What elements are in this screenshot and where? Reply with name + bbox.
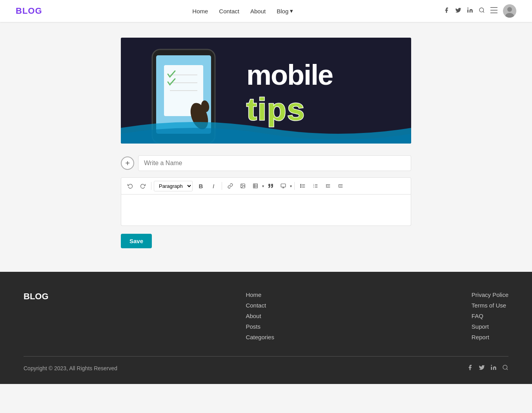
footer-support-link[interactable]: Suport: [472, 323, 508, 330]
table-button[interactable]: [250, 180, 261, 192]
svg-line-49: [506, 369, 508, 370]
footer-bottom: Copyright © 2023, All Rights Reserved: [24, 364, 508, 372]
nav-contact[interactable]: Contact: [219, 8, 239, 15]
bold-button[interactable]: B: [195, 180, 207, 192]
chevron-down-icon: ▾: [290, 7, 293, 15]
toolbar-divider-2: [222, 182, 222, 190]
footer-nav-contact[interactable]: Contact: [246, 302, 274, 309]
footer-facebook-icon[interactable]: [467, 364, 473, 372]
footer-logo: BLOG: [24, 291, 49, 340]
link-button[interactable]: [224, 180, 236, 192]
footer-faq-link[interactable]: FAQ: [472, 313, 508, 319]
svg-point-7: [507, 7, 512, 12]
footer-links: Privacy Police Terms of Use FAQ Suport R…: [472, 291, 508, 340]
svg-rect-22: [253, 184, 258, 188]
footer-nav-about[interactable]: About: [246, 313, 274, 319]
footer-search-icon[interactable]: [502, 364, 508, 372]
header: BLOG Home Contact About Blog ▾: [0, 0, 532, 22]
indent-increase-button[interactable]: [335, 180, 346, 192]
footer-nav-home[interactable]: Home: [246, 291, 274, 298]
svg-rect-5: [490, 13, 497, 13]
svg-point-47: [491, 365, 492, 366]
svg-text:tips: tips: [246, 92, 305, 127]
editor-toolbar: Paragraph Heading 1 Heading 2 Heading 3 …: [121, 177, 411, 195]
editor-area: + Paragraph Heading 1 Heading 2 Heading …: [121, 155, 411, 248]
svg-point-48: [503, 365, 507, 369]
svg-rect-4: [490, 10, 497, 11]
footer-twitter-icon[interactable]: [479, 364, 485, 372]
media-button[interactable]: [277, 180, 289, 192]
title-row: +: [121, 155, 411, 171]
linkedin-icon[interactable]: [467, 7, 473, 15]
avatar[interactable]: [503, 4, 516, 18]
footer-nav-posts[interactable]: Posts: [246, 323, 274, 330]
svg-point-32: [301, 184, 301, 185]
add-block-button[interactable]: +: [121, 156, 134, 170]
facebook-icon[interactable]: [443, 7, 450, 15]
unordered-list-button[interactable]: [297, 180, 309, 192]
footer-linkedin-icon[interactable]: [490, 364, 497, 372]
undo-button[interactable]: [124, 180, 136, 192]
table-chevron-icon[interactable]: ▾: [262, 184, 264, 188]
footer-report-link[interactable]: Report: [472, 334, 508, 340]
twitter-icon[interactable]: [455, 7, 461, 15]
footer-privacy-link[interactable]: Privacy Police: [472, 291, 508, 298]
svg-line-2: [483, 11, 484, 13]
image-button[interactable]: [237, 180, 249, 192]
nav-home[interactable]: Home: [192, 8, 208, 15]
svg-point-21: [242, 185, 242, 186]
media-chevron-icon[interactable]: ▾: [290, 184, 292, 188]
footer-divider: [24, 356, 508, 357]
paragraph-select[interactable]: Paragraph Heading 1 Heading 2 Heading 3: [154, 181, 193, 191]
toolbar-divider-1: [151, 182, 151, 190]
ordered-list-button[interactable]: 1.2.3.: [310, 180, 321, 192]
svg-rect-3: [490, 7, 497, 8]
footer-nav: Home Contact About Posts Categories: [246, 291, 274, 340]
quote-button[interactable]: [265, 180, 277, 192]
main-content: mobile tips + Paragraph: [0, 22, 532, 272]
svg-text:mobile: mobile: [246, 59, 333, 91]
nav-blog[interactable]: Blog ▾: [277, 7, 293, 15]
footer-nav-categories[interactable]: Categories: [246, 334, 274, 340]
header-logo: BLOG: [16, 6, 42, 16]
svg-point-33: [301, 186, 301, 186]
svg-point-0: [467, 7, 468, 9]
nav-about[interactable]: About: [250, 8, 266, 15]
svg-rect-26: [281, 184, 286, 187]
mobile-tips-graphic: mobile tips: [121, 38, 411, 144]
svg-point-34: [301, 187, 301, 188]
indent-decrease-button[interactable]: [322, 180, 334, 192]
svg-text:3.: 3.: [313, 186, 314, 188]
editor-body[interactable]: [121, 195, 411, 226]
title-input[interactable]: [138, 155, 411, 171]
featured-image: mobile tips: [121, 38, 411, 144]
menu-icon[interactable]: [490, 7, 497, 15]
redo-button[interactable]: [137, 180, 149, 192]
footer-social: [467, 364, 508, 372]
search-icon[interactable]: [479, 7, 485, 15]
italic-button[interactable]: I: [208, 180, 219, 192]
svg-point-1: [479, 8, 484, 12]
footer-top: BLOG Home Contact About Posts Categories…: [24, 291, 508, 340]
save-button[interactable]: Save: [121, 234, 152, 248]
footer-copyright: Copyright © 2023, All Rights Reserved: [24, 365, 117, 371]
header-actions: [443, 4, 516, 18]
footer: BLOG Home Contact About Posts Categories…: [0, 272, 532, 384]
footer-terms-link[interactable]: Terms of Use: [472, 302, 508, 309]
toolbar-divider-3: [294, 182, 295, 190]
header-nav: Home Contact About Blog ▾: [192, 7, 293, 15]
